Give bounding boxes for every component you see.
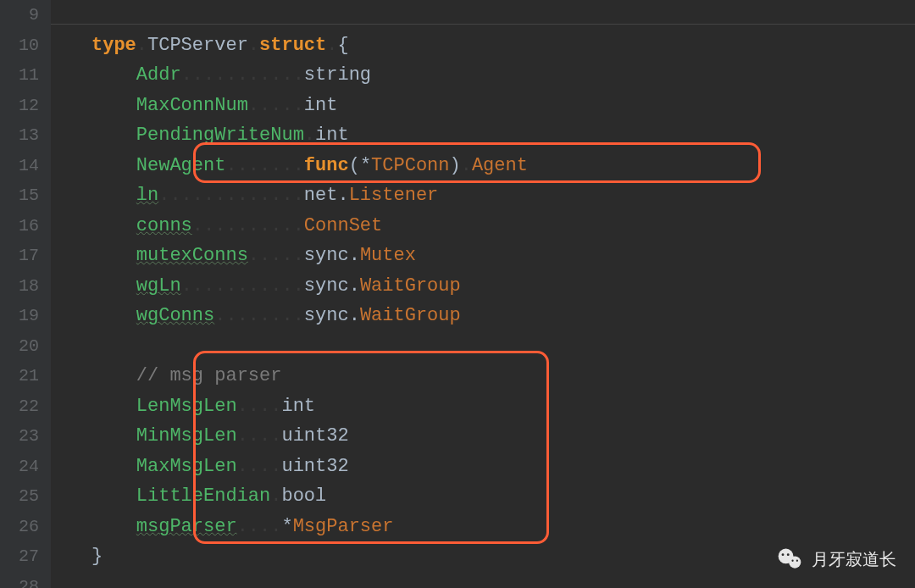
code-line [92, 0, 915, 31]
keyword-type: type [92, 35, 136, 56]
line-number: 27 [0, 541, 51, 572]
field-name: wgLn [136, 275, 181, 297]
code-line: PendingWriteNum.int [92, 120, 915, 151]
type-ref: string [304, 64, 371, 86]
wechat-icon [776, 546, 803, 573]
line-number: 23 [0, 421, 51, 452]
field-name: ln [136, 185, 158, 206]
code-line: ln.............net.Listener [92, 180, 915, 211]
type-ref: uint32 [281, 456, 348, 477]
code-line: mutexConns.....sync.Mutex [92, 241, 915, 271]
type-ref: ConnSet [304, 215, 382, 236]
code-line: MaxMsgLen....uint32 [92, 452, 915, 482]
line-number: 26 [0, 512, 51, 542]
watermark: 月牙寂道长 [776, 546, 896, 573]
type-ref: bool [281, 485, 326, 507]
svg-point-1 [789, 556, 801, 568]
package-ref: net. [304, 185, 349, 206]
code-line: msgParser....*MsgParser [92, 512, 915, 542]
type-ref: TCPConn [371, 155, 449, 176]
field-name: MaxMsgLen [136, 456, 237, 477]
code-line [92, 331, 915, 362]
field-name: mutexConns [136, 245, 248, 266]
code-line: LittleEndian.bool [92, 481, 915, 512]
line-number-gutter: 9 10 11 12 13 14 15 16 17 18 19 20 21 22… [0, 0, 51, 588]
type-ref: WaitGroup [360, 275, 461, 297]
code-line: // msg parser [92, 361, 915, 391]
line-number: 11 [0, 60, 51, 91]
code-line: wgConns........sync.WaitGroup [92, 301, 915, 331]
svg-point-5 [796, 560, 798, 562]
line-number: 14 [0, 151, 51, 181]
line-number: 21 [0, 361, 51, 391]
code-line: MinMsgLen....uint32 [92, 421, 915, 452]
line-number: 25 [0, 481, 51, 512]
code-editor: 9 10 11 12 13 14 15 16 17 18 19 20 21 22… [0, 0, 915, 588]
field-name: wgConns [136, 305, 214, 326]
svg-point-3 [787, 553, 790, 556]
code-line: Addr...........string [92, 60, 915, 91]
code-line: NewAgent.......func(*TCPConn).Agent [92, 151, 915, 181]
field-name: LenMsgLen [136, 396, 237, 417]
svg-point-2 [782, 553, 785, 556]
type-ref: uint32 [281, 425, 348, 447]
comment: // msg parser [136, 365, 282, 386]
field-name: NewAgent [136, 155, 226, 176]
line-number: 12 [0, 91, 51, 121]
line-number: 13 [0, 120, 51, 151]
brace-open: { [337, 35, 348, 56]
line-number: 28 [0, 572, 51, 589]
code-line: conns..........ConnSet [92, 211, 915, 241]
code-line: LenMsgLen....int [92, 391, 915, 422]
line-number: 17 [0, 241, 51, 271]
field-name: conns [136, 215, 192, 236]
code-line: type.TCPServer.struct.{ [92, 31, 915, 61]
svg-point-4 [791, 560, 793, 562]
type-ref: int [281, 396, 315, 417]
type-ref: Mutex [360, 245, 416, 266]
line-number: 10 [0, 31, 51, 61]
code-content[interactable]: type.TCPServer.struct.{ Addr...........s… [51, 0, 915, 588]
field-name: MinMsgLen [136, 425, 237, 447]
package-ref: sync. [304, 275, 360, 297]
type-ref: WaitGroup [360, 305, 461, 326]
line-number: 22 [0, 391, 51, 422]
type-ref: Agent [472, 155, 528, 176]
type-ref: int [304, 95, 338, 116]
line-number: 20 [0, 331, 51, 362]
package-ref: sync. [304, 305, 360, 326]
type-ref: MsgParser [293, 516, 394, 537]
field-name: Addr [136, 64, 181, 86]
code-line: wgLn...........sync.WaitGroup [92, 271, 915, 302]
line-number: 16 [0, 211, 51, 241]
type-identifier: TCPServer [147, 35, 248, 56]
line-number: 18 [0, 271, 51, 302]
line-number: 24 [0, 452, 51, 482]
code-line: MaxConnNum.....int [92, 91, 915, 121]
line-number: 19 [0, 301, 51, 331]
type-ref: Listener [349, 185, 439, 206]
keyword-struct: struct [259, 35, 326, 56]
field-name: PendingWriteNum [136, 125, 304, 146]
keyword-func: func [304, 155, 349, 176]
brace-close: } [92, 546, 103, 567]
field-name: msgParser [136, 516, 237, 537]
package-ref: sync. [304, 245, 360, 266]
field-name: LittleEndian [136, 485, 270, 507]
line-number: 15 [0, 180, 51, 211]
line-number: 9 [0, 0, 51, 31]
watermark-text: 月牙寂道长 [812, 548, 896, 571]
type-ref: int [315, 125, 349, 146]
field-name: MaxConnNum [136, 95, 248, 116]
